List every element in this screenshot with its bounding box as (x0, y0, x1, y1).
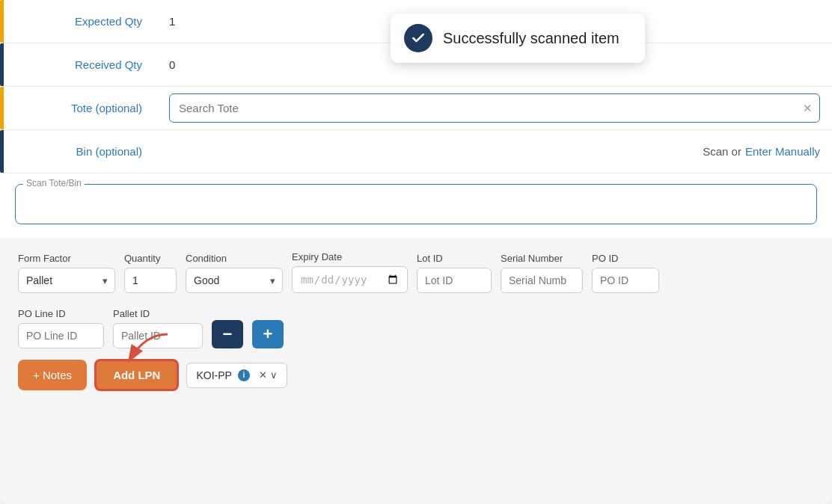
condition-select[interactable]: Good Damaged Expired (186, 268, 283, 293)
tote-search-input[interactable] (169, 93, 820, 123)
po-line-id-input[interactable] (18, 323, 104, 348)
expected-qty-label: Expected Qty (0, 0, 157, 43)
arrow-annotation (115, 331, 175, 371)
tote-label: Tote (optional) (0, 87, 157, 129)
bin-label: Bin (optional) (0, 130, 157, 173)
condition-label: Condition (186, 253, 283, 264)
lot-id-label: Lot ID (417, 253, 492, 264)
toast-text: Successfully scanned item (443, 30, 620, 47)
condition-select-wrapper: Good Damaged Expired (186, 268, 283, 293)
form-factor-field: Form Factor Pallet Each Box (18, 253, 115, 293)
po-line-id-field: PO Line ID (18, 308, 104, 348)
scan-tote-input[interactable] (25, 194, 807, 215)
koi-close-chevron[interactable]: ✕ ∨ (259, 369, 278, 381)
serial-number-input[interactable] (501, 268, 583, 293)
enter-manually-link[interactable]: Enter Manually (745, 145, 820, 158)
bottom-section: Form Factor Pallet Each Box Quantity (0, 238, 832, 504)
tote-clear-button[interactable]: ✕ (803, 102, 813, 115)
received-qty-label: Received Qty (0, 43, 157, 86)
koi-tag[interactable]: KOI-PP i ✕ ∨ (186, 363, 287, 388)
tote-value: ✕ (157, 87, 832, 129)
po-id-input[interactable] (592, 268, 659, 293)
koi-tag-text: KOI-PP (196, 369, 231, 381)
tote-input-wrap: ✕ (169, 93, 820, 123)
scan-tote-fieldset: Scan Tote/Bin (15, 184, 817, 224)
form-factor-select-wrapper: Pallet Each Box (18, 268, 115, 293)
tote-accent (0, 87, 4, 129)
po-line-id-label: PO Line ID (18, 308, 104, 319)
form-row-1: Form Factor Pallet Each Box Quantity (18, 251, 814, 293)
condition-field: Condition Good Damaged Expired (186, 253, 283, 293)
bin-row: Bin (optional) Scan or Enter Manually (0, 130, 832, 173)
expiry-date-input[interactable] (292, 266, 408, 293)
serial-number-field: Serial Number (501, 253, 583, 293)
notes-button[interactable]: + Notes (18, 360, 87, 390)
scan-tote-legend: Scan Tote/Bin (23, 178, 85, 188)
form-factor-select[interactable]: Pallet Each Box (18, 268, 115, 293)
action-bar: + Notes Add LPN (18, 359, 814, 391)
received-qty-accent (0, 43, 4, 86)
expiry-date-field: Expiry Date (292, 251, 408, 293)
scan-tote-section: Scan Tote/Bin (0, 173, 832, 238)
po-id-label: PO ID (592, 253, 659, 264)
koi-info-icon: i (238, 369, 250, 381)
quantity-field: Quantity (124, 253, 177, 293)
minus-button[interactable]: − (212, 320, 243, 348)
page-layout: Expected Qty 1 Received Qty 0 (0, 0, 832, 504)
quantity-label: Quantity (124, 253, 177, 264)
expected-qty-accent (0, 0, 4, 43)
tote-row: Tote (optional) ✕ (0, 87, 832, 130)
main-container: ↩ Successfully scanned item Expected Qty… (0, 0, 832, 504)
quantity-input[interactable] (124, 268, 177, 293)
po-id-field: PO ID (592, 253, 659, 293)
scan-or-text: Scan or (703, 145, 741, 158)
plus-button[interactable]: + (252, 320, 284, 348)
toast-success-icon (404, 24, 432, 52)
serial-number-label: Serial Number (501, 253, 583, 264)
expiry-date-label: Expiry Date (292, 251, 408, 262)
form-factor-label: Form Factor (18, 253, 115, 264)
bin-value: Scan or Enter Manually (157, 130, 832, 173)
pallet-id-label: Pallet ID (113, 308, 203, 319)
bin-accent (0, 130, 4, 173)
toast-notification: Successfully scanned item (391, 13, 645, 63)
lot-id-input[interactable] (417, 268, 492, 293)
lot-id-field: Lot ID (417, 253, 492, 293)
